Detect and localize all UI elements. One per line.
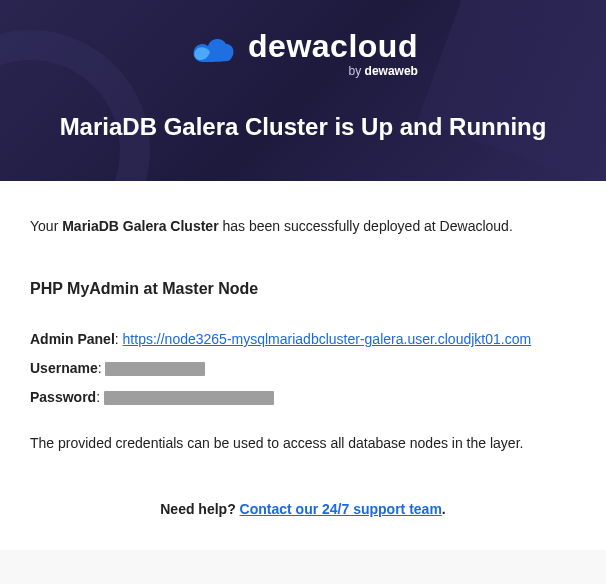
admin-panel-link[interactable]: https://node3265-mysqlmariadbcluster-gal… (123, 331, 532, 347)
header-banner: dewacloud by dewaweb MariaDB Galera Clus… (0, 0, 606, 181)
brand-logo-block: dewacloud by dewaweb (188, 30, 418, 78)
brand-name: dewacloud (248, 30, 418, 62)
support-line: Need help? Contact our 24/7 support team… (30, 499, 576, 520)
admin-panel-row: Admin Panel: https://node3265-mysqlmaria… (30, 329, 576, 350)
password-row: Password: (30, 387, 576, 408)
brand-byline: by dewaweb (248, 64, 418, 78)
page-title: MariaDB Galera Cluster is Up and Running (20, 113, 586, 141)
password-redacted (104, 391, 274, 405)
credentials-note: The provided credentials can be used to … (30, 433, 576, 454)
section-title: PHP MyAdmin at Master Node (30, 277, 576, 301)
password-label: Password (30, 389, 96, 405)
username-row: Username: (30, 358, 576, 379)
body-content: Your MariaDB Galera Cluster has been suc… (0, 181, 606, 550)
email-container: dewacloud by dewaweb MariaDB Galera Clus… (0, 0, 606, 550)
cloud-icon (188, 32, 238, 76)
support-link[interactable]: Contact our 24/7 support team (240, 501, 442, 517)
username-redacted (105, 362, 205, 376)
admin-panel-label: Admin Panel (30, 331, 115, 347)
intro-text: Your MariaDB Galera Cluster has been suc… (30, 216, 576, 237)
username-label: Username (30, 360, 98, 376)
